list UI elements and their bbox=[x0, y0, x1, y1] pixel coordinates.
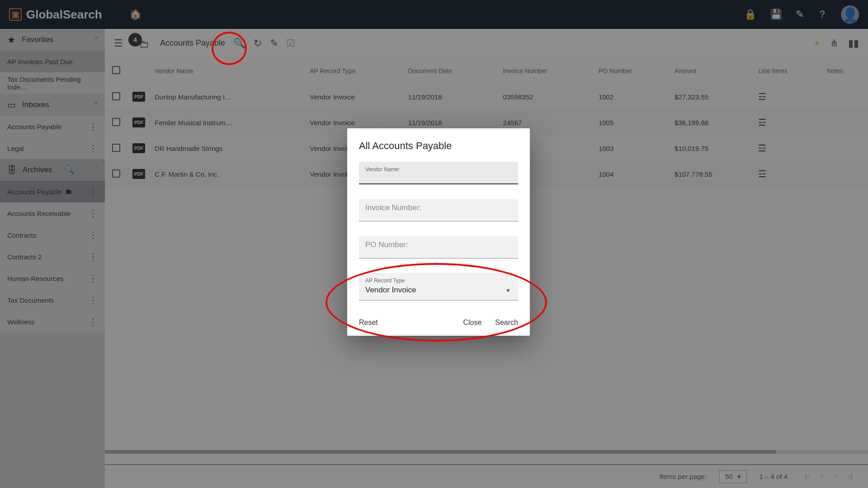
vendor-name-field[interactable]: Vendor Name: bbox=[359, 162, 518, 184]
record-type-value: Vendor Invoice bbox=[365, 286, 512, 295]
record-type-label: AP Record Type bbox=[365, 277, 512, 284]
po-number-label: PO Number: bbox=[365, 240, 512, 249]
chevron-down-icon: ▼ bbox=[505, 287, 511, 294]
reset-button[interactable]: Reset bbox=[359, 319, 378, 327]
po-number-field[interactable]: PO Number: bbox=[359, 236, 518, 258]
record-type-select[interactable]: AP Record Type Vendor Invoice ▼ bbox=[359, 273, 518, 300]
search-dialog: All Accounts Payable Vendor Name: Invoic… bbox=[347, 128, 530, 336]
close-button[interactable]: Close bbox=[463, 319, 481, 327]
search-button[interactable]: Search bbox=[495, 319, 518, 327]
vendor-name-label: Vendor Name: bbox=[365, 166, 512, 173]
invoice-number-field[interactable]: Invoice Number: bbox=[359, 199, 518, 221]
invoice-number-label: Invoice Number: bbox=[365, 203, 512, 212]
dialog-title: All Accounts Payable bbox=[359, 140, 518, 152]
